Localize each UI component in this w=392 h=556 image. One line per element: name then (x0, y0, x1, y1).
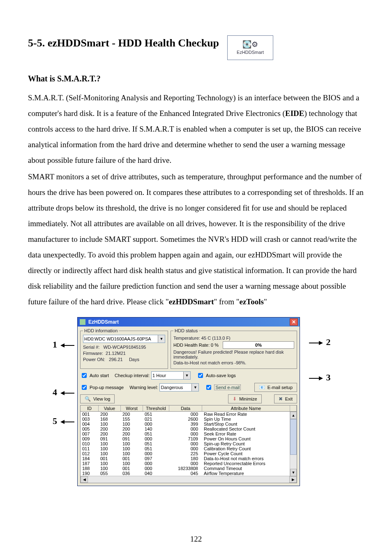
svg-marker-1 (60, 343, 65, 348)
table-row[interactable]: 184001001097180Data-to-Host not match er… (81, 456, 297, 461)
email-setup-label: E-mail setup (267, 385, 293, 390)
table-row[interactable]: 18810000100018233808Command Timeout (81, 466, 297, 471)
table-row[interactable]: 187100100000000Reported Uncorrectable Er… (81, 461, 297, 466)
arrow-left-icon (60, 419, 76, 425)
magnifier-icon: 🔍 (85, 396, 91, 401)
para2-bold-eztools: ezTools (239, 297, 263, 306)
close-icon: ✕ (292, 320, 296, 324)
table-row[interactable]: 004100100000399Start/Stop Count (81, 422, 297, 426)
firmware-label: Firmware: (83, 351, 103, 356)
callout-label-1: 1 (53, 339, 76, 350)
para2-text-end: " (264, 297, 267, 306)
table-row[interactable]: 190055036040045Airflow Temperature (81, 471, 297, 476)
data-to-host-line: Data-to-Host not match errors -98%. (173, 360, 294, 365)
auto-save-logs-checkbox[interactable]: Auto-save logs (196, 372, 236, 379)
ezhddsmart-icon-box: 💽⚙︎ EzHDDSmart (227, 35, 273, 60)
page-title: 5-5. ezHDDSmart - HDD Health Checkup (28, 37, 219, 49)
svg-marker-9 (60, 420, 65, 424)
exit-label: Exit (285, 396, 293, 401)
popup-message-input[interactable] (82, 385, 87, 390)
warning-level-label: Warning level: (129, 385, 158, 390)
arrow-left-icon (60, 390, 76, 396)
chevron-down-icon: ▼ (183, 372, 190, 379)
health-rate-label: HDD Health Rate: 0 % (173, 343, 219, 348)
svg-marker-3 (319, 341, 323, 345)
auto-start-label: Auto start (90, 373, 109, 378)
para1-bold-eide: EIDE (285, 109, 304, 118)
view-log-button[interactable]: 🔍View log (80, 394, 115, 403)
col-data[interactable]: Data (169, 405, 202, 411)
checkup-interval-select[interactable]: 1 Hour▼ (151, 371, 191, 380)
exit-icon: ✖ (279, 396, 283, 401)
auto-save-logs-label: Auto-save logs (206, 373, 236, 378)
table-row[interactable]: 005200200140000Reallocated Sector Count (81, 426, 297, 431)
col-attribute-name[interactable]: Attribute Name (202, 405, 290, 411)
serial-value: WD-WCAP91845195 (104, 345, 146, 350)
svg-marker-5 (319, 376, 323, 380)
view-log-label: View log (93, 396, 110, 401)
system-icon (79, 319, 86, 325)
table-row[interactable]: 0031681550212600Spin Up Time (81, 417, 297, 422)
scroll-up-icon[interactable]: ▲ (290, 412, 297, 419)
popup-message-checkbox[interactable]: Pop-up message (80, 384, 124, 391)
svg-marker-7 (60, 391, 65, 395)
scroll-thumb[interactable] (290, 419, 297, 455)
ezhddsmart-icon-label: EzHDDSmart (237, 50, 264, 55)
scroll-left-icon[interactable]: ◀ (81, 476, 88, 483)
scroll-down-icon[interactable]: ▼ (290, 469, 297, 476)
para2-text-a: SMART monitors a set of drive attributes… (28, 172, 364, 306)
warning-level-value: Dangerous (161, 385, 183, 390)
poweron-unit: Days (129, 357, 139, 362)
smart-attributes-table: ID Value Worst Threshold Data Attribute … (80, 405, 297, 483)
send-email-label: Send e-mail (214, 385, 241, 390)
arrow-right-icon (307, 340, 324, 346)
options-row: Auto start Checkup interval: 1 Hour▼ Aut… (80, 371, 297, 393)
chevron-down-icon: ▼ (158, 335, 165, 343)
page-number: 122 (0, 535, 392, 544)
warning-level-select[interactable]: Dangerous▼ (159, 383, 199, 392)
callout-label-2: 2 (307, 337, 331, 348)
minimize-button[interactable]: ⬇Minimize (228, 394, 261, 403)
email-setup-button[interactable]: 📧E-mail setup (254, 383, 297, 392)
send-email-checkbox[interactable]: Send e-mail (205, 384, 241, 391)
drive-select[interactable]: HD0:WDC WD1600AAJS-60PSA ▼ (83, 335, 165, 343)
hdd-status-group: HDD status Temperature: 45 C (113.0 F) H… (171, 328, 297, 369)
table-row[interactable]: 0090910910007109Power On Hours Count (81, 436, 297, 441)
temperature-line: Temperature: 45 C (113.0 F) (173, 336, 294, 341)
auto-start-checkbox[interactable]: Auto start (80, 372, 109, 379)
auto-start-input[interactable] (82, 373, 87, 378)
col-worst[interactable]: Worst (121, 405, 143, 411)
table-row[interactable]: 012100100000225Power Cycle Count (81, 451, 297, 456)
titlebar[interactable]: EzHDDSmart ✕ (78, 317, 300, 327)
exit-button[interactable]: ✖Exit (274, 394, 297, 403)
window-title: EzHDDSmart (88, 319, 119, 325)
table-row[interactable]: 011100100051000Calibration Retry Count (81, 446, 297, 451)
table-row[interactable]: 007200200051000Seek Error Rate (81, 431, 297, 436)
subheading-what-is-smart: What is S.M.A.R.T.? (28, 74, 364, 83)
danger-message: Dangerous! Failure predicted! Please rep… (173, 350, 294, 359)
table-row[interactable]: 010100100051000Spin-up Retry Count (81, 441, 297, 446)
callout-label-5: 5 (53, 416, 76, 426)
health-progressbar: 0% (223, 341, 294, 349)
hdd-information-group: HDD information HD0:WDC WD1600AAJS-60PSA… (80, 328, 168, 369)
auto-save-logs-input[interactable] (198, 373, 203, 378)
close-button[interactable]: ✕ (290, 318, 298, 326)
horizontal-scrollbar[interactable]: ◀ ▶ (81, 476, 297, 483)
checkup-interval-value: 1 Hour (152, 373, 166, 378)
firmware-value: 21.12M21 (106, 351, 126, 356)
arrow-right-icon (307, 375, 324, 381)
minimize-icon: ⬇ (233, 396, 237, 401)
checkup-interval-label: Checkup interval: (115, 373, 150, 378)
disk-gear-icon: 💽⚙︎ (242, 41, 258, 48)
vertical-scrollbar[interactable]: ▲ ▼ (290, 412, 297, 476)
para2-bold-ezhddsmart: ezHDDSmart (169, 297, 214, 306)
table-row[interactable]: 001200200051000Raw Read Error Rate (81, 412, 297, 417)
drive-select-value: HD0:WDC WD1600AAJS-60PSA (84, 336, 151, 341)
scroll-right-icon[interactable]: ▶ (289, 476, 297, 483)
chevron-down-icon: ▼ (191, 384, 198, 391)
col-value[interactable]: Value (99, 405, 121, 411)
send-email-input[interactable] (206, 385, 211, 390)
col-id[interactable]: ID (81, 405, 99, 411)
col-threshold[interactable]: Threshold (143, 405, 169, 411)
table-rows: 001200200051000Raw Read Error Rate003168… (81, 412, 297, 476)
